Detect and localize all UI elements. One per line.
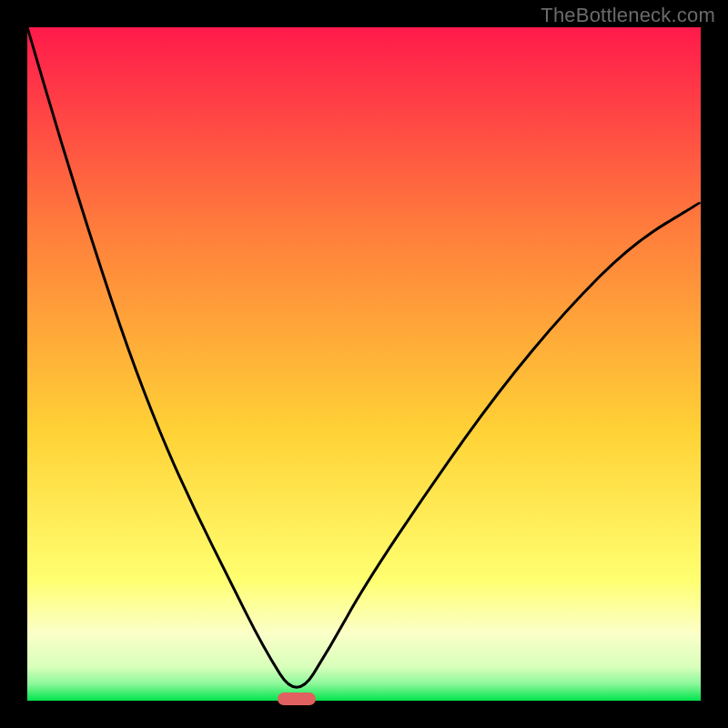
- plot-area: [27, 27, 701, 701]
- minimum-marker: [278, 693, 316, 705]
- watermark-text: TheBottleneck.com: [541, 4, 715, 27]
- bottleneck-chart: [27, 27, 701, 701]
- gradient-background: [27, 27, 701, 701]
- chart-frame: TheBottleneck.com: [0, 0, 728, 728]
